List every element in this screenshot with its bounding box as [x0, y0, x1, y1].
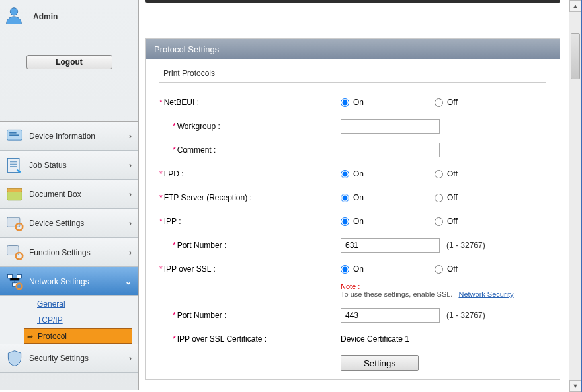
ipp-off-radio[interactable]: [435, 217, 443, 226]
chevron-right-icon: ›: [129, 132, 132, 141]
chevron-right-icon: ›: [129, 248, 132, 257]
nav-function-settings[interactable]: Function Settings ›: [0, 238, 138, 267]
nav-device-information[interactable]: Device Information ›: [0, 122, 138, 151]
svg-rect-11: [8, 274, 13, 278]
row-netbeui: *NetBEUI : On Off: [159, 91, 546, 114]
svg-rect-6: [7, 188, 22, 192]
section-print-protocols: Print Protocols: [159, 65, 546, 83]
subnav: General TCP/IP Protocol: [0, 296, 138, 344]
row-ipp-auth: IPP Authentication : On Off: [159, 375, 546, 379]
nav-label: Security Settings: [29, 354, 89, 363]
protocol-panel: Protocol Settings Print Protocols *NetBE…: [146, 38, 560, 380]
network-settings-icon: [5, 272, 24, 291]
cert-value: Device Certificate 1: [341, 334, 409, 344]
scroll-down-arrow[interactable]: ▼: [569, 380, 581, 392]
svg-point-14: [17, 283, 22, 289]
nav-security-settings[interactable]: Security Settings ›: [0, 344, 138, 373]
user-area: Admin Logout: [0, 0, 138, 122]
svg-rect-12: [17, 274, 22, 278]
ipp-port-input[interactable]: [341, 238, 440, 253]
label-workgroup: Workgroup :: [177, 122, 220, 131]
workgroup-input[interactable]: [341, 119, 440, 134]
lpd-on-radio[interactable]: [341, 170, 349, 178]
sidebar: Admin Logout Device Information › Job St…: [0, 0, 139, 390]
main: Protocol Settings Print Protocols *NetBE…: [139, 0, 567, 390]
nav-label: Document Box: [29, 190, 81, 199]
comment-input[interactable]: [341, 143, 440, 157]
port-range: (1 - 32767): [446, 241, 485, 250]
ippssl-off-radio[interactable]: [435, 265, 443, 274]
label-ipp-ssl-cert: IPP over SSL Certificate :: [177, 334, 267, 344]
label-ftp: FTP Server (Reception) :: [164, 193, 252, 202]
ftp-on-radio[interactable]: [341, 194, 349, 202]
ipp-on-radio[interactable]: [341, 217, 349, 226]
label-ipp: IPP :: [164, 217, 181, 226]
ipp-ssl-port-input[interactable]: [341, 308, 440, 323]
row-ipp-ssl-cert: *IPP over SSL Certificate : Device Certi…: [159, 327, 546, 351]
chevron-right-icon: ›: [129, 190, 132, 199]
svg-rect-2: [9, 132, 17, 133]
scroll-up-arrow[interactable]: ▲: [569, 0, 581, 12]
nav-label: Function Settings: [29, 248, 91, 257]
document-box-icon: [5, 185, 24, 204]
netbeui-off-radio[interactable]: [435, 98, 443, 107]
row-comment: *Comment :: [159, 138, 546, 162]
function-settings-icon: [5, 243, 24, 262]
label-netbeui: NetBEUI :: [164, 98, 199, 107]
network-security-link[interactable]: Network Security: [458, 290, 513, 298]
subnav-general[interactable]: General: [0, 296, 138, 312]
top-bar: [146, 0, 560, 3]
nav-job-status[interactable]: Job Status ›: [0, 151, 138, 180]
cert-settings-button[interactable]: Settings: [341, 355, 419, 371]
chevron-right-icon: ›: [129, 219, 132, 228]
ippssl-on-radio[interactable]: [341, 265, 349, 274]
row-ssl-note: Note : To use these settings, enable SSL…: [159, 281, 546, 303]
subnav-tcpip[interactable]: TCP/IP: [0, 312, 138, 328]
row-workgroup: *Workgroup :: [159, 114, 546, 138]
svg-point-0: [10, 8, 17, 15]
label-port2: Port Number :: [177, 311, 227, 320]
nav-label: Job Status: [29, 161, 67, 170]
ftp-off-radio[interactable]: [435, 194, 443, 202]
job-status-icon: [5, 156, 24, 175]
port-range2: (1 - 32767): [446, 311, 485, 320]
row-ipp: *IPP : On Off: [159, 210, 546, 233]
device-info-icon: [5, 127, 24, 145]
nav-label: Network Settings: [29, 277, 89, 286]
subnav-protocol[interactable]: Protocol: [24, 328, 132, 344]
chevron-down-icon: ⌄: [125, 277, 132, 286]
row-cert-settings: Settings: [159, 351, 546, 375]
chevron-right-icon: ›: [129, 354, 132, 363]
row-ipp-ssl: *IPP over SSL : On Off: [159, 257, 546, 281]
lpd-off-radio[interactable]: [435, 170, 443, 178]
note-title: Note :: [341, 282, 546, 290]
label-lpd: LPD :: [164, 169, 184, 178]
row-ipp-ssl-port: *Port Number : (1 - 32767): [159, 303, 546, 327]
nav-label: Device Settings: [29, 219, 84, 228]
nav: Device Information › Job Status › Docume…: [0, 122, 138, 390]
note-text: To use these settings, enable SSL.: [341, 290, 452, 298]
row-ftp: *FTP Server (Reception) : On Off: [159, 186, 546, 210]
security-settings-icon: [5, 349, 24, 368]
user-icon: [4, 5, 24, 27]
svg-rect-3: [9, 134, 19, 136]
device-settings-icon: [5, 214, 24, 233]
svg-point-10: [16, 253, 23, 260]
user-name: Admin: [33, 12, 58, 21]
window-scrollbar[interactable]: ▲ ▼: [569, 0, 582, 392]
nav-device-settings[interactable]: Device Settings ›: [0, 209, 138, 238]
logout-button[interactable]: Logout: [26, 55, 112, 69]
panel-title: Protocol Settings: [146, 39, 560, 59]
row-ipp-port: *Port Number : (1 - 32767): [159, 233, 546, 257]
nav-network-settings[interactable]: Network Settings ⌄: [0, 267, 138, 296]
row-lpd: *LPD : On Off: [159, 162, 546, 186]
label-comment: Comment :: [177, 145, 216, 155]
nav-document-box[interactable]: Document Box ›: [0, 180, 138, 209]
svg-rect-7: [7, 217, 20, 227]
nav-label: Device Information: [29, 132, 95, 141]
label-port: Port Number :: [177, 241, 227, 250]
scroll-thumb[interactable]: [571, 33, 580, 79]
netbeui-on-radio[interactable]: [341, 98, 349, 107]
chevron-right-icon: ›: [129, 161, 132, 170]
label-ipp-ssl: IPP over SSL :: [164, 264, 216, 274]
